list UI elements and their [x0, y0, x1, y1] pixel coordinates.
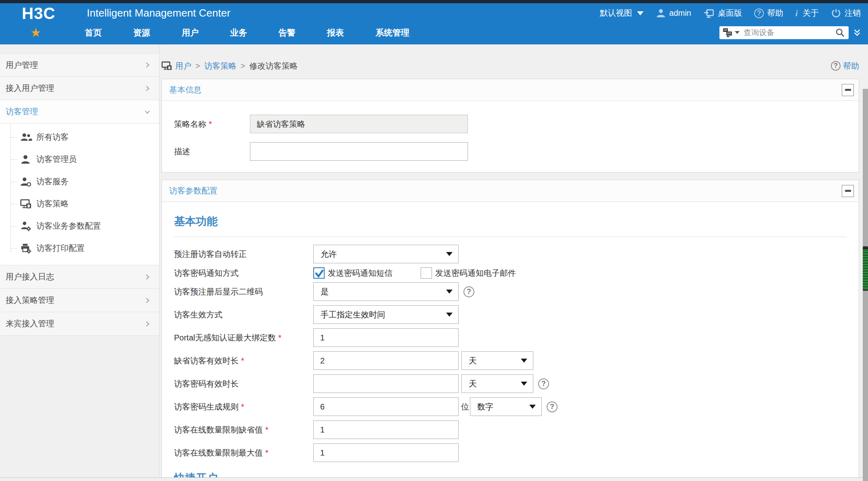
- header-actions: 默认视图 admin 桌面版 帮助 关于 注销: [600, 8, 861, 19]
- form-row-password-rule: 访客密码生成规则* 位 数字: [174, 397, 859, 416]
- nav-home[interactable]: 首页: [85, 27, 102, 38]
- app-title: Intelligent Management Center: [87, 7, 231, 19]
- notify-email-checkbox[interactable]: [421, 267, 432, 279]
- nav-alarms[interactable]: 告警: [279, 27, 296, 38]
- form-row-password-notify: 访客密码通知方式 发送密码通知短信 发送密码通知电子邮件: [174, 267, 859, 279]
- sidebar-item-guest-management[interactable]: 访客管理: [0, 100, 159, 124]
- h3c-logo: H3C: [22, 5, 55, 21]
- basic-info-panel: 基本信息 策略名称* 描述: [161, 79, 859, 172]
- sidebar: 用户管理 接入用户管理 访客管理 所有访客 访客管理员 访客服务: [0, 44, 159, 481]
- sidebar-item-visitor-access-management[interactable]: 来宾接入管理: [0, 312, 159, 336]
- default-validity-unit-select[interactable]: 天: [461, 351, 533, 370]
- page-body: 用户管理 接入用户管理 访客管理 所有访客 访客管理员 访客服务: [0, 44, 868, 481]
- default-validity-field[interactable]: [313, 351, 459, 370]
- caret-down-icon: [521, 382, 527, 386]
- search-icon[interactable]: [835, 27, 845, 38]
- desktop-link[interactable]: 桌面版: [703, 8, 742, 19]
- policy-name-field[interactable]: [250, 115, 468, 133]
- help-icon: [831, 61, 841, 71]
- logout-link[interactable]: 注销: [831, 8, 861, 19]
- caret-down-icon: [529, 405, 536, 409]
- online-limit-max-field[interactable]: [313, 443, 459, 462]
- caret-down-icon[interactable]: [735, 31, 740, 34]
- minus-icon: [845, 190, 851, 192]
- help-link[interactable]: 帮助: [754, 8, 783, 19]
- user-service-icon: [20, 176, 32, 187]
- sidebar-item-guest-policy[interactable]: 访客策略: [0, 193, 159, 215]
- sidebar-item-guest-admins[interactable]: 访客管理员: [0, 148, 159, 170]
- printer-config-icon: [20, 243, 32, 254]
- sidebar-item-access-policy-management[interactable]: 接入策略管理: [0, 289, 159, 312]
- caret-down-icon: [637, 11, 644, 15]
- help-icon[interactable]: [463, 286, 474, 297]
- chevron-right-icon: [143, 319, 152, 328]
- sidebar-item-user-management[interactable]: 用户管理: [0, 53, 159, 77]
- form-row-auto-convert: 预注册访客自动转正 允许: [174, 245, 859, 263]
- user-icon: [20, 154, 32, 165]
- effective-mode-select[interactable]: 手工指定生效时间: [313, 305, 459, 324]
- form-row-default-validity: 缺省访客有效时长* 天: [174, 351, 859, 370]
- page-help-link[interactable]: 帮助: [831, 61, 859, 71]
- breadcrumb-guest-policy[interactable]: 访客策略: [204, 61, 237, 71]
- help-icon[interactable]: [547, 401, 558, 412]
- policy-name-label: 策略名称*: [174, 119, 250, 130]
- sidebar-item-all-guests[interactable]: 所有访客: [0, 126, 159, 148]
- check-icon: [314, 269, 324, 278]
- scrollbar-thumb[interactable]: [863, 246, 868, 291]
- help-icon[interactable]: [538, 378, 549, 389]
- description-field[interactable]: [250, 142, 468, 161]
- password-validity-field[interactable]: [313, 374, 459, 393]
- policy-icon: [161, 61, 172, 71]
- nav-services[interactable]: 业务: [230, 27, 247, 38]
- nav-users[interactable]: 用户: [182, 27, 199, 38]
- section-divider: [174, 237, 847, 237]
- notify-sms-checkbox[interactable]: [313, 267, 325, 279]
- chevron-right-icon: [143, 61, 152, 69]
- favorites-star-icon[interactable]: [30, 27, 41, 39]
- chevron-right-icon: [143, 296, 152, 305]
- info-icon: [795, 8, 799, 19]
- basic-info-panel-body: 策略名称* 描述: [162, 101, 859, 172]
- sidebar-item-guest-services[interactable]: 访客服务: [0, 170, 159, 193]
- nav-system[interactable]: 系统管理: [375, 27, 409, 38]
- main-nav: 首页 资源 用户 业务 告警 报表 系统管理: [0, 23, 868, 44]
- breadcrumb-users[interactable]: 用户: [175, 61, 191, 71]
- password-length-unit-label: 位: [461, 401, 469, 412]
- guest-params-panel: 访客参数配置 基本功能 预注册访客自动转正 允许 访客密码通知方式: [161, 180, 859, 481]
- online-limit-default-field[interactable]: [313, 420, 459, 439]
- sidebar-item-guest-service-params[interactable]: 访客业务参数配置: [0, 215, 159, 237]
- search-input[interactable]: [744, 28, 835, 37]
- sidebar-item-guest-print-config[interactable]: 访客打印配置: [0, 237, 159, 259]
- chevron-down-icon: [143, 107, 152, 116]
- password-validity-unit-select[interactable]: 天: [461, 374, 533, 393]
- caret-down-icon: [521, 359, 527, 363]
- auto-convert-select[interactable]: 允许: [313, 245, 459, 263]
- user-menu[interactable]: admin: [656, 8, 691, 19]
- collapse-guest-params-button[interactable]: [842, 185, 854, 197]
- password-charset-select[interactable]: 数字: [470, 397, 542, 416]
- caret-down-icon: [446, 252, 453, 256]
- show-qr-select[interactable]: 是: [313, 282, 459, 301]
- horizontal-scrollbar-track[interactable]: [0, 477, 868, 481]
- user-config-icon: [20, 221, 32, 231]
- users-icon: [20, 132, 32, 143]
- guest-management-submenu: 所有访客 访客管理员 访客服务 访客策略 访客业务参数配置 访客打印配置: [0, 124, 159, 265]
- basic-info-panel-header: 基本信息: [162, 79, 859, 101]
- sidebar-item-user-access-log[interactable]: 用户接入日志: [0, 265, 159, 289]
- device-type-icon[interactable]: [723, 28, 733, 38]
- collapse-basic-info-button[interactable]: [842, 84, 854, 96]
- form-row-password-validity: 访客密码有效时长 天: [174, 374, 859, 393]
- help-icon: [754, 8, 764, 18]
- desktop-icon: [703, 8, 715, 19]
- caret-down-icon: [446, 313, 453, 317]
- sidebar-item-access-user-management[interactable]: 接入用户管理: [0, 77, 159, 100]
- nav-resources[interactable]: 资源: [133, 27, 150, 38]
- view-menu[interactable]: 默认视图: [600, 8, 644, 19]
- caret-down-icon: [446, 290, 453, 294]
- nav-reports[interactable]: 报表: [327, 27, 344, 38]
- vertical-scrollbar[interactable]: [863, 89, 868, 481]
- password-length-field[interactable]: [313, 397, 459, 416]
- about-link[interactable]: 关于: [795, 8, 819, 19]
- portal-max-bindings-field[interactable]: [313, 328, 459, 347]
- expand-search-icon[interactable]: [853, 28, 862, 37]
